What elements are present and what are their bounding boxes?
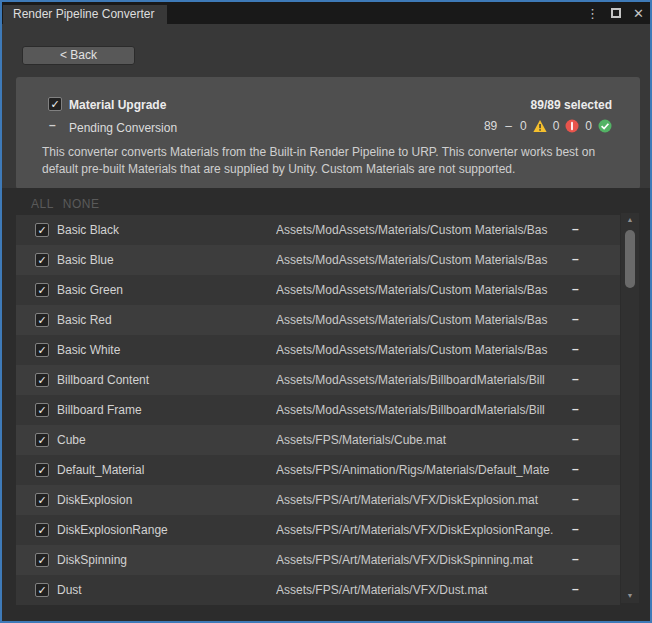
material-row[interactable]: ✓ Basic Red Assets/ModAssets/Materials/C…	[16, 305, 620, 335]
converter-description: This converter converts Materials from t…	[42, 144, 616, 178]
row-checkbox[interactable]: ✓	[35, 343, 49, 357]
row-status-dash: –	[572, 222, 579, 236]
material-row[interactable]: ✓ Billboard Content Assets/ModAssets/Mat…	[16, 365, 620, 395]
row-checkbox[interactable]: ✓	[35, 433, 49, 447]
material-path: Assets/ModAssets/Materials/Custom Materi…	[276, 343, 566, 357]
material-row[interactable]: ✓ Basic White Assets/ModAssets/Materials…	[16, 335, 620, 365]
success-icon	[598, 119, 612, 133]
material-path: Assets/FPS/Art/Materials/VFX/DiskExplosi…	[276, 493, 566, 507]
scrollbar[interactable]: ▲ ▼	[621, 213, 639, 603]
window-menu-icon[interactable]: ⋮	[586, 7, 599, 20]
material-path: Assets/ModAssets/Materials/Custom Materi…	[276, 223, 566, 237]
material-name: DiskExplosion	[57, 493, 132, 507]
select-all-button[interactable]: ALL	[31, 197, 54, 211]
error-icon	[565, 119, 579, 133]
warning-count: 0	[520, 119, 527, 133]
material-path: Assets/FPS/Animation/Rigs/Materials/Defa…	[276, 463, 566, 477]
converter-title: Material Upgrade	[69, 98, 166, 112]
material-row[interactable]: ✓ DiskSpinning Assets/FPS/Art/Materials/…	[16, 545, 620, 575]
material-name: Default_Material	[57, 463, 144, 477]
conversion-stats: 89 – 0 0 0	[484, 119, 612, 133]
material-row[interactable]: ✓ Dust Assets/FPS/Art/Materials/VFX/Dust…	[16, 575, 620, 605]
material-path: Assets/FPS/Art/Materials/VFX/Dust.mat	[276, 583, 566, 597]
row-checkbox[interactable]: ✓	[35, 583, 49, 597]
row-checkbox[interactable]: ✓	[35, 313, 49, 327]
window-controls: ⋮ ✕	[586, 2, 644, 24]
material-name: Basic Red	[57, 313, 112, 327]
back-button[interactable]: < Back	[22, 46, 135, 65]
material-path: Assets/ModAssets/Materials/Custom Materi…	[276, 253, 566, 267]
row-checkbox[interactable]: ✓	[35, 253, 49, 267]
titlebar: Render Pipeline Converter ⋮ ✕	[2, 2, 650, 24]
maximize-icon[interactable]	[611, 8, 621, 18]
material-path: Assets/ModAssets/Materials/Custom Materi…	[276, 313, 566, 327]
row-status-dash: –	[572, 252, 579, 266]
row-checkbox[interactable]: ✓	[35, 223, 49, 237]
material-name: Dust	[57, 583, 82, 597]
render-pipeline-converter-window: Render Pipeline Converter ⋮ ✕ < Back ✓ M…	[0, 0, 652, 623]
material-row[interactable]: ✓ Basic Black Assets/ModAssets/Materials…	[16, 215, 620, 245]
window-tab[interactable]: Render Pipeline Converter	[3, 5, 167, 24]
row-checkbox[interactable]: ✓	[35, 553, 49, 567]
row-status-dash: –	[572, 432, 579, 446]
converter-panel: ✓ Material Upgrade 89/89 selected – Pend…	[16, 77, 640, 189]
material-name: Basic White	[57, 343, 120, 357]
material-row[interactable]: ✓ DiskExplosion Assets/FPS/Art/Materials…	[16, 485, 620, 515]
row-status-dash: –	[572, 582, 579, 596]
material-row[interactable]: ✓ Default_Material Assets/FPS/Animation/…	[16, 455, 620, 485]
material-path: Assets/FPS/Materials/Cube.mat	[276, 433, 566, 447]
row-checkbox[interactable]: ✓	[35, 463, 49, 477]
row-status-dash: –	[572, 552, 579, 566]
material-name: Cube	[57, 433, 86, 447]
warning-icon	[533, 119, 547, 133]
material-path: Assets/ModAssets/Materials/BillboardMate…	[276, 373, 566, 387]
selected-count: 89/89 selected	[531, 98, 612, 112]
material-row[interactable]: ✓ DiskExplosionRange Assets/FPS/Art/Mate…	[16, 515, 620, 545]
row-checkbox[interactable]: ✓	[35, 283, 49, 297]
pending-conversion-label: Pending Conversion	[69, 121, 177, 135]
scroll-up-arrow[interactable]: ▲	[621, 213, 639, 227]
scroll-down-arrow[interactable]: ▼	[621, 589, 639, 603]
converter-checkbox[interactable]: ✓	[48, 97, 62, 111]
row-checkbox[interactable]: ✓	[35, 523, 49, 537]
material-name: Basic Blue	[57, 253, 114, 267]
select-none-button[interactable]: NONE	[63, 197, 100, 211]
row-checkbox[interactable]: ✓	[35, 493, 49, 507]
material-row[interactable]: ✓ Basic Blue Assets/ModAssets/Materials/…	[16, 245, 620, 275]
material-name: DiskExplosionRange	[57, 523, 168, 537]
material-name: Basic Green	[57, 283, 123, 297]
error-count: 0	[553, 119, 560, 133]
success-count: 0	[585, 119, 592, 133]
material-name: Basic Black	[57, 223, 119, 237]
row-status-dash: –	[572, 282, 579, 296]
row-checkbox[interactable]: ✓	[35, 403, 49, 417]
row-status-dash: –	[572, 342, 579, 356]
row-status-dash: –	[572, 372, 579, 386]
row-status-dash: –	[572, 492, 579, 506]
scrollbar-thumb[interactable]	[625, 230, 635, 288]
material-path: Assets/ModAssets/Materials/Custom Materi…	[276, 283, 566, 297]
row-status-dash: –	[572, 402, 579, 416]
materials-list: ✓ Basic Black Assets/ModAssets/Materials…	[16, 215, 620, 605]
material-name: Billboard Content	[57, 373, 149, 387]
material-name: Billboard Frame	[57, 403, 142, 417]
row-status-dash: –	[572, 462, 579, 476]
pending-foldout-icon[interactable]: –	[49, 118, 56, 132]
material-path: Assets/ModAssets/Materials/BillboardMate…	[276, 403, 566, 417]
material-row[interactable]: ✓ Billboard Frame Assets/ModAssets/Mater…	[16, 395, 620, 425]
material-row[interactable]: ✓ Basic Green Assets/ModAssets/Materials…	[16, 275, 620, 305]
material-name: DiskSpinning	[57, 553, 127, 567]
material-path: Assets/FPS/Art/Materials/VFX/DiskSpinnin…	[276, 553, 566, 567]
pending-count: 89	[484, 119, 497, 133]
row-checkbox[interactable]: ✓	[35, 373, 49, 387]
row-status-dash: –	[572, 522, 579, 536]
pending-dash: –	[505, 119, 512, 133]
material-row[interactable]: ✓ Cube Assets/FPS/Materials/Cube.mat –	[16, 425, 620, 455]
selection-actions: ALL NONE	[31, 197, 100, 211]
close-icon[interactable]: ✕	[633, 7, 644, 20]
material-path: Assets/FPS/Art/Materials/VFX/DiskExplosi…	[276, 523, 566, 537]
row-status-dash: –	[572, 312, 579, 326]
